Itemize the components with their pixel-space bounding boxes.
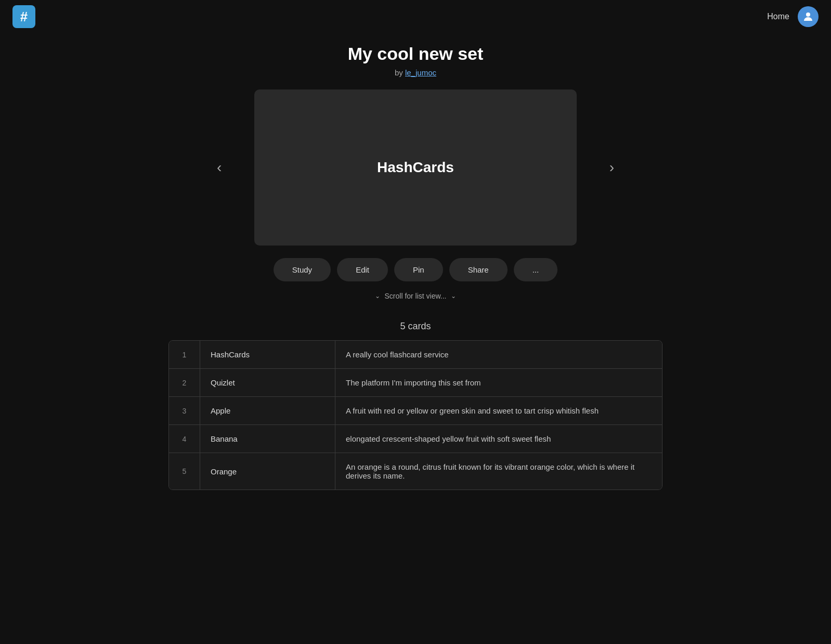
card-term: Banana [200, 425, 335, 453]
card-term: HashCards [200, 341, 335, 368]
prev-card-button[interactable]: ‹ [213, 155, 226, 180]
card-number: 5 [169, 453, 200, 490]
share-button[interactable]: Share [449, 258, 508, 281]
chevron-down-right-icon: ⌄ [451, 292, 456, 300]
edit-button[interactable]: Edit [337, 258, 388, 281]
cards-table: 1 HashCards A really cool flashcard serv… [168, 340, 663, 490]
card-term: Quizlet [200, 369, 335, 396]
svg-text:#: # [20, 9, 28, 24]
logo[interactable]: # [12, 5, 35, 28]
flashcard-text: HashCards [377, 159, 454, 176]
scroll-indicator[interactable]: ⌄ Scroll for list view... ⌄ [375, 292, 456, 300]
table-row: 3 Apple A fruit with red or yellow or gr… [169, 397, 662, 425]
avatar[interactable] [798, 6, 819, 27]
table-row: 1 HashCards A really cool flashcard serv… [169, 341, 662, 369]
study-button[interactable]: Study [274, 258, 331, 281]
more-button[interactable]: ... [514, 258, 558, 281]
card-definition: A fruit with red or yellow or green skin… [335, 397, 662, 424]
card-definition: The platform I'm importing this set from [335, 369, 662, 396]
card-number: 1 [169, 341, 200, 368]
chevron-down-left-icon: ⌄ [375, 292, 380, 300]
by-line: by le_jumoc [395, 68, 436, 77]
home-link[interactable]: Home [767, 12, 789, 21]
card-definition: An orange is a round, citrus fruit known… [335, 453, 662, 490]
by-prefix: by [395, 68, 405, 77]
logo-icon: # [12, 5, 35, 28]
card-term: Apple [200, 397, 335, 424]
next-card-button[interactable]: › [605, 155, 618, 180]
page-title: My cool new set [348, 44, 484, 64]
card-definition: elongated crescent-shaped yellow fruit w… [335, 425, 662, 453]
card-number: 4 [169, 425, 200, 453]
main-content: My cool new set by le_jumoc ‹ HashCards … [0, 33, 831, 511]
author-link[interactable]: le_jumoc [405, 68, 436, 77]
card-number: 3 [169, 397, 200, 424]
table-row: 5 Orange An orange is a round, citrus fr… [169, 453, 662, 490]
cards-count: 5 cards [400, 321, 431, 332]
action-buttons: Study Edit Pin Share ... [274, 258, 557, 281]
card-definition: A really cool flashcard service [335, 341, 662, 368]
flashcard-wrapper: ‹ HashCards › [213, 89, 618, 246]
table-row: 4 Banana elongated crescent-shaped yello… [169, 425, 662, 453]
scroll-label: Scroll for list view... [384, 292, 446, 300]
navbar: # Home [0, 0, 831, 33]
svg-point-2 [806, 12, 810, 17]
user-icon [802, 10, 814, 23]
navbar-right: Home [767, 6, 819, 27]
table-row: 2 Quizlet The platform I'm importing thi… [169, 369, 662, 397]
flashcard[interactable]: HashCards [254, 89, 577, 246]
card-term: Orange [200, 453, 335, 490]
pin-button[interactable]: Pin [394, 258, 443, 281]
card-number: 2 [169, 369, 200, 396]
